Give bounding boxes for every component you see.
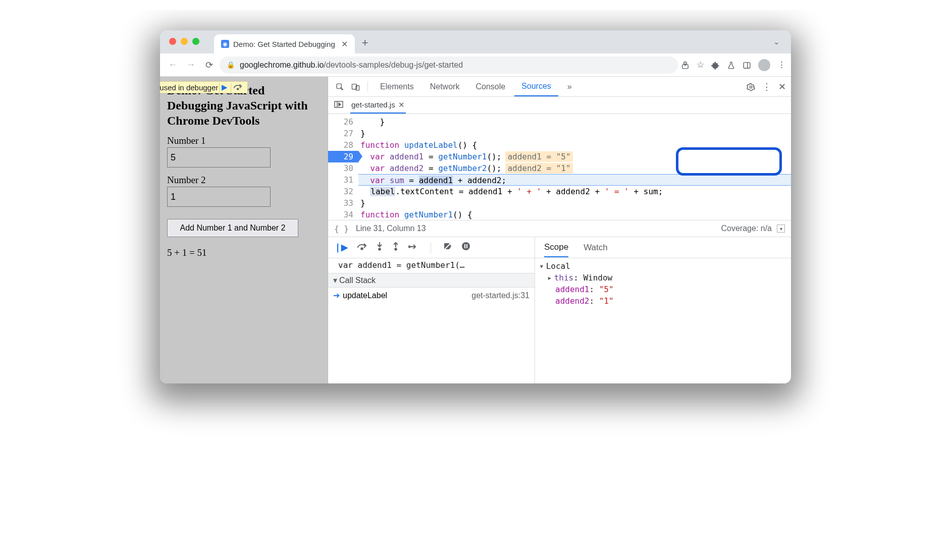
inline-value-annotation: addend2 = "1" xyxy=(505,163,572,174)
code-area: } } function updateLabel() { var addend1… xyxy=(358,114,791,220)
step-over-button[interactable] xyxy=(357,242,367,253)
svg-point-7 xyxy=(750,86,752,88)
scope-var-row[interactable]: addend2: "1" xyxy=(539,295,787,307)
coverage-dropdown-icon[interactable]: ▾ xyxy=(777,225,785,233)
paused-in-debugger-overlay: Paused in debugger ▶ xyxy=(160,81,248,93)
bookmark-icon[interactable]: ☆ xyxy=(697,60,704,70)
code-editor[interactable]: 262728 29 3031323334 } } function update… xyxy=(328,114,791,220)
browser-window: ◉ Demo: Get Started Debugging ✕ + ⌄ ← → … xyxy=(160,30,791,383)
scope-this-row[interactable]: this: Window xyxy=(539,272,787,284)
toolbar-actions: ☆ ⋮ xyxy=(681,59,786,71)
execution-line: var sum = addend1 + addend2; xyxy=(358,174,791,186)
settings-icon[interactable] xyxy=(747,81,755,92)
forward-button[interactable]: → xyxy=(183,60,198,70)
minimize-window-button[interactable] xyxy=(181,38,188,45)
tab-elements[interactable]: Elements xyxy=(373,77,421,96)
inline-value-annotation: addend1 = "5" xyxy=(505,151,572,162)
pretty-print-icon[interactable]: { } xyxy=(334,224,349,234)
cursor-position: Line 31, Column 13 xyxy=(356,224,426,233)
tab-network[interactable]: Network xyxy=(423,77,467,96)
fullscreen-window-button[interactable] xyxy=(192,38,199,45)
svg-rect-1 xyxy=(744,62,750,68)
step-button[interactable] xyxy=(408,243,418,253)
deactivate-breakpoints-button[interactable] xyxy=(443,242,452,253)
number1-label: Number 1 xyxy=(167,135,321,146)
code-line: function getNumber1() { xyxy=(358,209,791,220)
code-line: function updateLabel() { xyxy=(358,139,791,151)
extensions-icon[interactable] xyxy=(711,60,720,70)
svg-point-3 xyxy=(237,88,239,90)
code-line: var addend1 = getNumber1();addend1 = "5" xyxy=(358,151,791,162)
pause-on-exceptions-button[interactable] xyxy=(461,242,470,253)
lock-icon: 🔒 xyxy=(227,61,235,69)
window-controls xyxy=(169,38,199,45)
close-window-button[interactable] xyxy=(169,38,176,45)
code-line: } xyxy=(358,128,791,139)
code-line: } xyxy=(358,197,791,209)
new-tab-button[interactable]: + xyxy=(362,36,368,49)
svg-point-12 xyxy=(379,248,381,250)
tab-more[interactable]: » xyxy=(560,77,579,96)
browser-tab[interactable]: ◉ Demo: Get Started Debugging ✕ xyxy=(214,34,355,53)
file-tab-get-started[interactable]: get-started.js ✕ xyxy=(350,97,406,114)
number2-input[interactable] xyxy=(167,187,271,207)
callstack-header[interactable]: Call Stack xyxy=(328,273,535,288)
stack-frame[interactable]: ➔ updateLabel get-started.js:31 xyxy=(328,288,535,303)
watch-tab[interactable]: Watch xyxy=(584,243,608,253)
devtools-menu-icon[interactable]: ⋮ xyxy=(762,81,771,92)
labs-icon[interactable] xyxy=(727,60,735,70)
devtools-tabbar: Elements Network Console Sources » ⋮ ✕ xyxy=(328,77,791,97)
number2-label: Number 2 xyxy=(167,175,321,186)
stack-location: get-started.js:31 xyxy=(471,291,530,300)
tab-console[interactable]: Console xyxy=(468,77,512,96)
callstack-column: var addend1 = getNumber1(… Call Stack ➔ … xyxy=(328,258,535,383)
svg-rect-17 xyxy=(464,244,465,248)
side-panel-icon[interactable] xyxy=(743,60,751,70)
breakpoint-marker[interactable]: 29 xyxy=(328,151,358,162)
tab-strip: ◉ Demo: Get Started Debugging ✕ + ⌄ xyxy=(160,30,791,53)
code-line: label.textContent = addend1 + ' + ' + ad… xyxy=(358,186,791,197)
coverage-label: Coverage: n/a xyxy=(721,224,772,233)
svg-marker-10 xyxy=(339,103,341,106)
share-icon[interactable] xyxy=(681,60,690,70)
number1-input[interactable] xyxy=(167,147,271,167)
favicon-icon: ◉ xyxy=(221,40,229,48)
inspect-element-icon[interactable] xyxy=(333,82,347,91)
close-devtools-button[interactable]: ✕ xyxy=(778,81,786,92)
back-button[interactable]: ← xyxy=(165,60,180,70)
overlay-resume-button[interactable]: ▶ xyxy=(219,83,230,92)
resume-button[interactable]: ❘▶ xyxy=(334,242,348,253)
line-gutter[interactable]: 262728 29 3031323334 xyxy=(328,114,358,220)
file-tab-label: get-started.js xyxy=(351,100,395,109)
scope-tab[interactable]: Scope xyxy=(544,242,568,257)
scope-local-header[interactable]: Local xyxy=(539,260,787,272)
svg-point-16 xyxy=(462,242,470,250)
code-line: var addend2 = getNumber2();addend2 = "1" xyxy=(358,162,791,174)
scope-var-row[interactable]: addend1: "5" xyxy=(539,284,787,295)
svg-point-14 xyxy=(409,246,410,247)
url-path: /devtools-samples/debug-js/get-started xyxy=(324,61,463,69)
address-bar[interactable]: 🔒 googlechrome.github.io/devtools-sample… xyxy=(220,57,678,74)
tab-title: Demo: Get Started Debugging xyxy=(233,40,335,48)
paused-text: Paused in debugger xyxy=(160,83,218,92)
overlay-step-over-button[interactable] xyxy=(231,83,244,92)
add-button[interactable]: Add Number 1 and Number 2 xyxy=(167,219,298,237)
chrome-menu-button[interactable]: ⋮ xyxy=(777,60,786,70)
url-host: googlechrome.github.io xyxy=(240,61,324,69)
close-file-tab-button[interactable]: ✕ xyxy=(398,100,405,109)
device-toolbar-icon[interactable] xyxy=(349,82,362,91)
editor-footer: { } Line 31, Column 13 Coverage: n/a ▾ xyxy=(328,220,791,237)
show-navigator-icon[interactable] xyxy=(332,101,345,109)
step-out-button[interactable] xyxy=(392,242,399,253)
step-into-button[interactable] xyxy=(376,242,383,253)
reload-button[interactable]: ⟳ xyxy=(201,60,217,71)
current-frame-icon: ➔ xyxy=(333,291,340,300)
debugger-bottom: var addend1 = getNumber1(… Call Stack ➔ … xyxy=(328,258,791,383)
tab-list-button[interactable]: ⌄ xyxy=(773,37,780,46)
close-tab-button[interactable]: ✕ xyxy=(341,39,348,49)
scope-column: Local this: Window addend1: "5" addend2:… xyxy=(535,258,791,383)
svg-rect-18 xyxy=(466,244,467,248)
tab-sources[interactable]: Sources xyxy=(514,77,558,96)
paused-snippet: var addend1 = getNumber1(… xyxy=(328,258,535,273)
profile-avatar[interactable] xyxy=(758,59,770,71)
